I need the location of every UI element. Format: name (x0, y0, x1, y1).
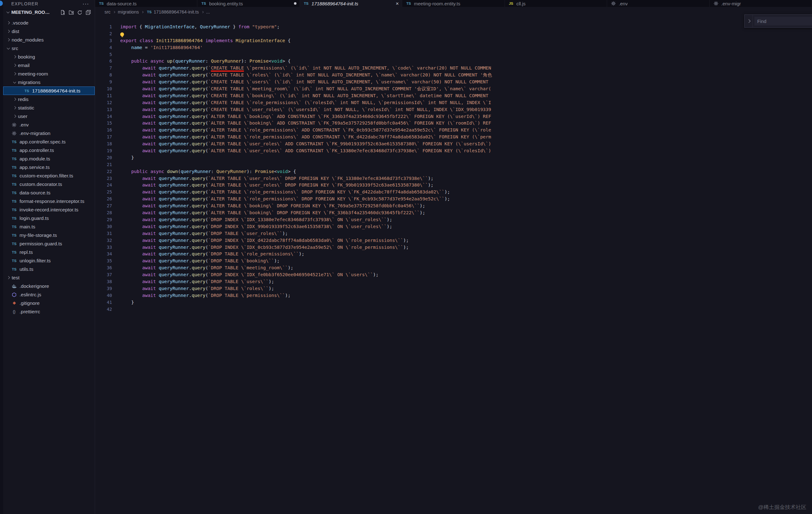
more-actions-icon[interactable]: ··· (83, 1, 89, 7)
breadcrumb-item[interactable]: src (105, 9, 111, 14)
tab-.env[interactable]: .env (607, 0, 709, 7)
find-replace-toggle[interactable] (745, 15, 753, 27)
breadcrumb-item[interactable]: ... (206, 9, 210, 14)
tree-item[interactable]: TSutils.ts (3, 265, 95, 273)
code-text[interactable]: await queryRunner.query(`DROP INDEX \`ID… (112, 271, 812, 278)
code-text[interactable]: await queryRunner.query(`DROP TABLE \`us… (112, 278, 812, 285)
tree-item[interactable]: booking (3, 53, 95, 61)
code-text[interactable]: await queryRunner.query(`ALTER TABLE \`r… (112, 196, 812, 203)
code-text[interactable]: await queryRunner.query(`CREATE TABLE \`… (112, 72, 812, 79)
tree-item[interactable]: TSdata-source.ts (3, 188, 95, 197)
tab-meeting-room.entity.ts[interactable]: TSmeeting-room.entity.ts (402, 0, 504, 7)
code-text[interactable] (112, 31, 812, 37)
code-text[interactable]: await queryRunner.query(`CREATE TABLE \`… (112, 99, 812, 106)
code-text[interactable] (112, 51, 812, 58)
code-text[interactable]: await queryRunner.query(`DROP INDEX \`ID… (112, 216, 812, 223)
tree-item[interactable]: user (3, 112, 95, 120)
find-input[interactable]: Find (754, 17, 812, 26)
code-text[interactable]: export class Init1718868964764 implement… (112, 37, 812, 44)
code-text[interactable] (112, 306, 812, 313)
code-text[interactable]: await queryRunner.query(`DROP TABLE \`ro… (112, 285, 812, 292)
code-text[interactable]: await queryRunner.query(`DROP TABLE \`bo… (112, 258, 812, 265)
tree-item[interactable]: redis (3, 95, 95, 103)
refresh-icon[interactable] (76, 8, 84, 17)
tree-item[interactable]: src (3, 44, 95, 53)
tree-item[interactable]: migrations (3, 78, 95, 87)
code-text[interactable]: await queryRunner.query(`ALTER TABLE \`u… (112, 182, 812, 189)
breadcrumb-item[interactable]: migrations (118, 9, 139, 14)
tree-item[interactable]: TSrepl.ts (3, 248, 95, 256)
tab-cll.js[interactable]: JScll.js (505, 0, 607, 7)
code-text[interactable]: await queryRunner.query(`ALTER TABLE \`u… (112, 148, 812, 154)
tree-item[interactable]: .eslintrc.js (3, 290, 95, 299)
new-file-icon[interactable] (59, 8, 67, 17)
tab-.env-migr[interactable]: .env-migr (710, 0, 812, 7)
code-text[interactable]: await queryRunner.query(`CREATE TABLE \`… (112, 86, 812, 92)
code-text[interactable]: await queryRunner.query(`DROP INDEX \`ID… (112, 244, 812, 251)
tree-item[interactable]: TSapp.service.ts (3, 163, 95, 172)
lightbulb-icon[interactable] (120, 32, 124, 36)
modified-dot-icon[interactable] (294, 2, 296, 5)
code-text[interactable]: await queryRunner.query(`ALTER TABLE \`b… (112, 203, 812, 210)
tree-item[interactable]: TSapp.controller.ts (3, 146, 95, 154)
breadcrumb-item[interactable]: TS1718868964764-init.ts (146, 9, 199, 14)
tree-item[interactable]: node_modules (3, 35, 95, 44)
tree-item[interactable]: TSmy-file-storage.ts (3, 231, 95, 239)
workspace-header[interactable]: MEETING_ROOM_B... (3, 7, 95, 17)
code-text[interactable]: import { MigrationInterface, QueryRunner… (112, 24, 812, 31)
code-text[interactable]: await queryRunner.query(`ALTER TABLE \`r… (112, 134, 812, 141)
tree-item[interactable]: TSmain.ts (3, 222, 95, 231)
tree-item[interactable]: dist (3, 27, 95, 35)
tree-item[interactable]: TSformat-response.interceptor.ts (3, 197, 95, 205)
code-text[interactable]: await queryRunner.query(`DROP TABLE \`me… (112, 265, 812, 271)
code-text[interactable]: await queryRunner.query(`DROP INDEX \`ID… (112, 237, 812, 244)
tree-item[interactable]: TSpermission.guard.ts (3, 239, 95, 248)
code-text[interactable]: await queryRunner.query(`CREATE TABLE \`… (112, 106, 812, 113)
code-text[interactable]: await queryRunner.query(`ALTER TABLE \`u… (112, 141, 812, 148)
tree-item[interactable]: email (3, 61, 95, 69)
tree-item[interactable]: {}.prettierrc (3, 307, 95, 316)
tab-data-source.ts[interactable]: TSdata-source.ts (95, 0, 197, 7)
tree-item[interactable]: .vscode (3, 19, 95, 27)
code-text[interactable]: await queryRunner.query(`CREATE TABLE \`… (112, 79, 812, 86)
code-text[interactable]: public async up(queryRunner: QueryRunner… (112, 58, 812, 65)
code-text[interactable]: } (112, 154, 812, 161)
code-text[interactable]: await queryRunner.query(`ALTER TABLE \`r… (112, 189, 812, 196)
code-text[interactable]: } (112, 299, 812, 306)
code-text[interactable] (112, 161, 812, 168)
code-text[interactable]: await queryRunner.query(`ALTER TABLE \`b… (112, 210, 812, 216)
code-text[interactable]: await queryRunner.query(`DROP TABLE \`us… (112, 230, 812, 237)
code-text[interactable]: await queryRunner.query(`CREATE TABLE \`… (112, 65, 812, 72)
tree-item[interactable]: TSunlogin.filter.ts (3, 256, 95, 265)
code-text[interactable]: await queryRunner.query(`ALTER TABLE \`b… (112, 113, 812, 120)
tree-item[interactable]: .env (3, 120, 95, 129)
tree-item[interactable]: TS1718868964764-init.ts (3, 87, 95, 95)
code-text[interactable]: await queryRunner.query(`CREATE TABLE \`… (112, 92, 812, 99)
code-text[interactable]: name = 'Init1718868964764' (112, 44, 812, 51)
tree-item[interactable]: .env-migration (3, 129, 95, 138)
tree-item[interactable]: TScustom-exception.filter.ts (3, 172, 95, 180)
tree-item[interactable]: TScustom.decorator.ts (3, 180, 95, 188)
new-folder-icon[interactable] (67, 8, 75, 17)
tree-item[interactable]: TSlogin.guard.ts (3, 214, 95, 222)
tree-item[interactable]: test (3, 273, 95, 282)
tree-item[interactable]: meeting-room (3, 69, 95, 78)
code-text[interactable]: await queryRunner.query(`DROP TABLE \`pe… (112, 292, 812, 299)
tab-booking.entity.ts[interactable]: TSbooking.entity.ts (197, 0, 300, 7)
collapse-all-icon[interactable] (84, 8, 92, 17)
tree-item[interactable]: TSapp.controller.spec.ts (3, 138, 95, 146)
tab-1718868964764-init.ts[interactable]: TS1718868964764-init.ts× (300, 0, 402, 7)
tree-item[interactable]: TSapp.module.ts (3, 154, 95, 163)
tree-item[interactable]: TSinvoke-record.interceptor.ts (3, 205, 95, 214)
code-text[interactable]: await queryRunner.query(`DROP TABLE \`ro… (112, 251, 812, 258)
code-text[interactable]: await queryRunner.query(`ALTER TABLE \`b… (112, 120, 812, 127)
code-text[interactable]: public async down(queryRunner: QueryRunn… (112, 168, 812, 175)
code-text[interactable]: await queryRunner.query(`ALTER TABLE \`r… (112, 127, 812, 134)
tree-item[interactable]: .dockerignore (3, 282, 95, 290)
code-editor[interactable]: 1import { MigrationInterface, QueryRunne… (95, 17, 812, 514)
code-text[interactable]: await queryRunner.query(`ALTER TABLE \`u… (112, 175, 812, 182)
close-icon[interactable]: × (396, 1, 399, 6)
code-text[interactable]: await queryRunner.query(`DROP INDEX \`ID… (112, 223, 812, 230)
tree-item[interactable]: .gitignore (3, 299, 95, 307)
tree-item[interactable]: statistic (3, 103, 95, 112)
